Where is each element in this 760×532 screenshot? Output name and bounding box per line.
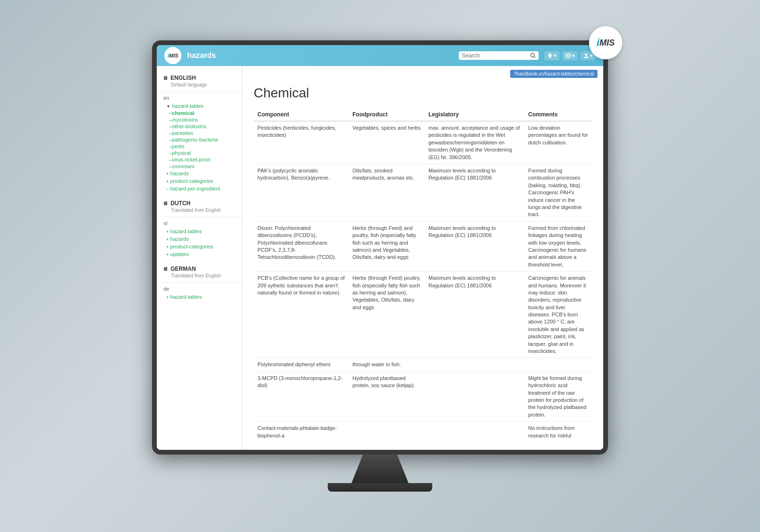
content-area: ?handbook.vn/hazard-tables/chemical Chem… bbox=[242, 66, 603, 450]
table-row: Dioxin: Polychlorinated dibenzodioxins (… bbox=[254, 221, 592, 271]
search-icon bbox=[530, 53, 536, 58]
sidebar-item-chemical[interactable]: –chemical bbox=[157, 110, 242, 116]
cell-component-2: Dioxin: Polychlorinated dibenzodioxins (… bbox=[254, 221, 349, 271]
wrench-icon bbox=[547, 53, 553, 58]
monitor-icon-nl: 🖥 bbox=[162, 200, 168, 206]
german-sublabel: Translated from English bbox=[171, 273, 236, 278]
sidebar-item-product-categories-en[interactable]: +product-categories bbox=[157, 177, 242, 185]
sidebar: 🖥 ENGLISH Default language en ▼hazard-ta… bbox=[157, 66, 242, 450]
german-section: 🖥 GERMAN Translated from English bbox=[157, 263, 242, 283]
sidebar-item-hazard-tables-en[interactable]: ▼hazard-tables bbox=[157, 102, 242, 110]
sidebar-item-pests[interactable]: –pests bbox=[157, 143, 242, 150]
sidebar-item-hazard-per-ingredient-en[interactable]: –hazard-per-ingredient bbox=[157, 185, 242, 192]
cell-foodproduct-4: through water in fish. bbox=[349, 358, 425, 371]
globe-icon-button[interactable]: ▾ bbox=[562, 51, 578, 60]
table-row: PCB's (Collective name for a group of 20… bbox=[254, 272, 592, 358]
cell-legislatory-2: Maximum levels according to Regulation (… bbox=[425, 221, 524, 271]
chemical-table: Component Foodproduct Legislatory Commen… bbox=[254, 108, 592, 442]
german-label: GERMAN bbox=[171, 266, 196, 272]
english-sublabel: Default language bbox=[171, 82, 236, 87]
cell-component-5: 3-MCPD (3-monochloropropane-1,2-diol) bbox=[254, 371, 349, 421]
cell-comments-5: Might be formed during hydrochloric acid… bbox=[524, 371, 592, 421]
tree-root-nl: nl bbox=[157, 219, 242, 228]
cell-component-3: PCB's (Collective name for a group of 20… bbox=[254, 272, 349, 358]
svg-point-7 bbox=[585, 54, 588, 56]
german-tree: de +hazard-tables bbox=[157, 285, 242, 301]
monitor-icon-de: 🖥 bbox=[162, 266, 168, 272]
header-logo: iMIS bbox=[164, 47, 181, 64]
svg-line-1 bbox=[534, 57, 535, 58]
col-header-comments: Comments bbox=[524, 108, 592, 121]
search-button[interactable] bbox=[530, 53, 536, 58]
cell-foodproduct-3: Herbs (through Feed) poultry, fish (espe… bbox=[349, 272, 425, 358]
breadcrumb: ?handbook.vn/hazard-tables/chemical bbox=[242, 66, 603, 78]
page-title: Chemical bbox=[254, 86, 592, 101]
table-row: 3-MCPD (3-monochloropropane-1,2-diol)Hyd… bbox=[254, 371, 592, 421]
english-lang-header: 🖥 ENGLISH bbox=[162, 75, 236, 81]
cell-legislatory-0: max. amount. acceptance and usage of pes… bbox=[425, 121, 524, 164]
sidebar-item-parasites[interactable]: –parasites bbox=[157, 130, 242, 136]
cell-comments-2: Formed from chlorinated linkages during … bbox=[524, 221, 592, 271]
cell-legislatory-5 bbox=[425, 371, 524, 421]
table-row: Polybrominated diphenyl ethersthrough wa… bbox=[254, 358, 592, 371]
cell-legislatory-3: Maximum levels according to Regulation (… bbox=[425, 272, 524, 358]
dutch-lang-header: 🖥 DUTCH bbox=[162, 200, 236, 207]
breadcrumb-link[interactable]: ?handbook.vn/hazard-tables/chemical bbox=[510, 70, 598, 78]
header-icons: ▾ ▾ ▾ bbox=[544, 51, 596, 60]
sidebar-item-hazard-tables-de[interactable]: +hazard-tables bbox=[157, 293, 242, 301]
dutch-sublabel: Translated from English bbox=[171, 208, 236, 213]
user-icon bbox=[583, 53, 589, 58]
sidebar-item-product-categories-nl[interactable]: +product-categories bbox=[157, 243, 242, 250]
sidebar-item-physical[interactable]: –physical bbox=[157, 150, 242, 156]
cell-foodproduct-6 bbox=[349, 422, 425, 442]
cell-comments-6: No instructions from research for riskfu… bbox=[524, 422, 592, 442]
search-input[interactable] bbox=[462, 52, 528, 59]
cell-comments-4 bbox=[524, 358, 592, 371]
cell-foodproduct-2: Herbs (through Feed) and poultry, fish (… bbox=[349, 221, 425, 271]
cell-foodproduct-1: Oils/fats, smoked meatproducts, aromas e… bbox=[349, 164, 425, 222]
sidebar-item-zoonoses[interactable]: –zoonoses bbox=[157, 163, 242, 170]
monitor-stand bbox=[352, 455, 408, 483]
content-inner: Chemical Component Foodproduct Legislato… bbox=[242, 78, 603, 450]
svg-rect-3 bbox=[549, 53, 551, 58]
cell-component-0: Pesticides (herbicides, fungicides, inse… bbox=[254, 121, 349, 164]
sidebar-item-hazards-en[interactable]: +hazards bbox=[157, 170, 242, 177]
globe-icon bbox=[565, 53, 571, 58]
header: iMIS hazards bbox=[157, 45, 603, 66]
cell-comments-3: Carcinogenic for animals and humans. Mor… bbox=[524, 272, 592, 358]
sidebar-item-updates-nl[interactable]: +updates bbox=[157, 250, 242, 258]
col-header-legislatory: Legislatory bbox=[425, 108, 524, 121]
dutch-label: DUTCH bbox=[171, 200, 190, 207]
app: iMIS hazards bbox=[157, 45, 603, 450]
table-row: Pesticides (herbicides, fungicides, inse… bbox=[254, 121, 592, 164]
german-lang-header: 🖥 GERMAN bbox=[162, 266, 236, 272]
cell-legislatory-4 bbox=[425, 358, 524, 371]
svg-point-0 bbox=[531, 53, 534, 57]
sidebar-item-hazards-nl[interactable]: +hazards bbox=[157, 235, 242, 243]
imis-logo-outside: iMIS bbox=[589, 26, 622, 59]
sidebar-item-hazard-tables-nl[interactable]: +hazard-tables bbox=[157, 228, 242, 235]
tree-root-en: en bbox=[157, 94, 242, 102]
cell-component-6: Contact-materials-phtalate-badge-bisphen… bbox=[254, 422, 349, 442]
monitor-icon-en: 🖥 bbox=[162, 75, 168, 81]
cell-foodproduct-0: Vegetables, spices and herbs bbox=[349, 121, 425, 164]
cell-legislatory-1: Maximum levels according to Regulation (… bbox=[425, 164, 524, 222]
sidebar-item-mycotoxins[interactable]: –mycotoxins bbox=[157, 116, 242, 123]
dutch-tree: nl +hazard-tables +hazards +product-cate… bbox=[157, 219, 242, 258]
col-header-foodproduct: Foodproduct bbox=[349, 108, 425, 121]
table-row: Contact-materials-phtalate-badge-bisphen… bbox=[254, 422, 592, 442]
cell-component-4: Polybrominated diphenyl ethers bbox=[254, 358, 349, 371]
cell-comments-1: Formed during combustion processes (baki… bbox=[524, 164, 592, 222]
cell-foodproduct-5: Hydrolyzed plantbased protein, soy sauce… bbox=[349, 371, 425, 421]
main-content: 🖥 ENGLISH Default language en ▼hazard-ta… bbox=[157, 66, 603, 450]
cell-comments-0: Low deviation percentages are found for … bbox=[524, 121, 592, 164]
header-title: hazards bbox=[187, 51, 453, 60]
tools-icon-button[interactable]: ▾ bbox=[544, 51, 560, 60]
english-label: ENGLISH bbox=[171, 75, 196, 81]
sidebar-item-virus-ricket-prion[interactable]: –virus-ricket-prion bbox=[157, 156, 242, 163]
cell-component-1: PAK's (polycyclic aromatic hydrocarbon),… bbox=[254, 164, 349, 222]
monitor-base bbox=[328, 483, 432, 492]
sidebar-item-other-biotoxins[interactable]: –other-biotoxins bbox=[157, 123, 242, 130]
sidebar-item-pathogenic-bacteria[interactable]: –pathogenic-bacteria bbox=[157, 136, 242, 143]
english-section: 🖥 ENGLISH Default language bbox=[157, 72, 242, 92]
